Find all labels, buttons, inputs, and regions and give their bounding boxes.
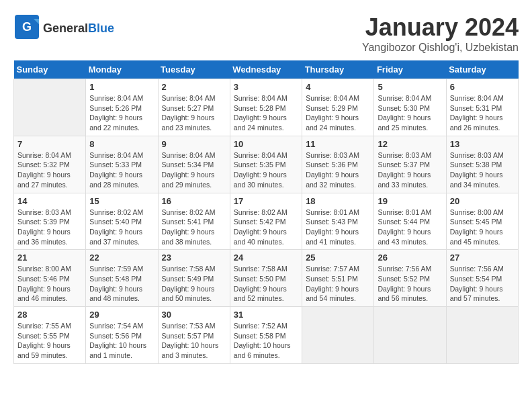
day-number: 20 xyxy=(450,196,515,206)
calendar-cell: 25Sunrise: 7:57 AMSunset: 5:51 PMDayligh… xyxy=(302,250,374,307)
calendar-cell: 28Sunrise: 7:55 AMSunset: 5:55 PMDayligh… xyxy=(14,307,86,364)
calendar-cell: 19Sunrise: 8:01 AMSunset: 5:44 PMDayligh… xyxy=(374,193,446,250)
calendar-cell: 24Sunrise: 7:58 AMSunset: 5:50 PMDayligh… xyxy=(230,250,302,307)
day-number: 6 xyxy=(450,82,515,92)
calendar-cell: 14Sunrise: 8:03 AMSunset: 5:39 PMDayligh… xyxy=(14,193,86,250)
day-number: 28 xyxy=(17,310,82,320)
day-info: Sunrise: 8:02 AMSunset: 5:42 PMDaylight:… xyxy=(234,208,298,247)
calendar-cell: 17Sunrise: 8:02 AMSunset: 5:42 PMDayligh… xyxy=(230,193,302,250)
day-number: 5 xyxy=(378,82,442,92)
day-number: 4 xyxy=(306,82,370,92)
day-number: 14 xyxy=(17,196,82,206)
day-number: 19 xyxy=(378,196,442,206)
weekday-header-friday: Friday xyxy=(374,60,446,79)
page-header: G GeneralBlue January 2024 Yangibozor Qi… xyxy=(13,13,519,54)
day-info: Sunrise: 8:01 AMSunset: 5:44 PMDaylight:… xyxy=(378,208,442,247)
calendar-cell: 30Sunrise: 7:53 AMSunset: 5:57 PMDayligh… xyxy=(158,307,230,364)
calendar-cell xyxy=(14,79,86,136)
weekday-header-thursday: Thursday xyxy=(302,60,374,79)
week-row-3: 21Sunrise: 8:00 AMSunset: 5:46 PMDayligh… xyxy=(14,250,519,307)
day-info: Sunrise: 7:53 AMSunset: 5:57 PMDaylight:… xyxy=(162,321,226,361)
day-number: 25 xyxy=(306,253,370,263)
calendar-table: SundayMondayTuesdayWednesdayThursdayFrid… xyxy=(13,60,519,364)
day-info: Sunrise: 7:57 AMSunset: 5:51 PMDaylight:… xyxy=(306,264,370,304)
weekday-header-saturday: Saturday xyxy=(446,60,518,79)
title-section: January 2024 Yangibozor Qishlog'i, Uzbek… xyxy=(362,13,519,54)
calendar-cell xyxy=(374,307,446,364)
calendar-cell: 9Sunrise: 8:04 AMSunset: 5:34 PMDaylight… xyxy=(158,136,230,193)
day-number: 21 xyxy=(17,253,82,263)
logo-blue-text: Blue xyxy=(88,21,114,35)
calendar-cell xyxy=(446,307,518,364)
calendar-cell: 4Sunrise: 8:04 AMSunset: 5:29 PMDaylight… xyxy=(302,79,374,136)
day-info: Sunrise: 8:02 AMSunset: 5:40 PMDaylight:… xyxy=(89,208,154,247)
day-number: 9 xyxy=(162,139,226,149)
day-number: 3 xyxy=(234,82,298,92)
day-info: Sunrise: 8:04 AMSunset: 5:29 PMDaylight:… xyxy=(306,93,370,133)
day-info: Sunrise: 8:04 AMSunset: 5:27 PMDaylight:… xyxy=(162,93,226,133)
day-info: Sunrise: 8:03 AMSunset: 5:37 PMDaylight:… xyxy=(378,150,442,190)
day-number: 24 xyxy=(234,253,298,263)
day-number: 17 xyxy=(234,196,298,206)
logo-icon: G xyxy=(13,13,40,43)
day-number: 16 xyxy=(162,196,226,206)
calendar-cell: 23Sunrise: 7:58 AMSunset: 5:49 PMDayligh… xyxy=(158,250,230,307)
calendar-cell: 26Sunrise: 7:56 AMSunset: 5:52 PMDayligh… xyxy=(374,250,446,307)
day-number: 23 xyxy=(162,253,226,263)
logo-general-text: General xyxy=(43,21,88,35)
day-info: Sunrise: 7:59 AMSunset: 5:48 PMDaylight:… xyxy=(89,264,154,304)
calendar-cell: 8Sunrise: 8:04 AMSunset: 5:33 PMDaylight… xyxy=(86,136,158,193)
day-info: Sunrise: 8:04 AMSunset: 5:33 PMDaylight:… xyxy=(89,150,154,190)
weekday-header-tuesday: Tuesday xyxy=(158,60,230,79)
day-info: Sunrise: 8:03 AMSunset: 5:39 PMDaylight:… xyxy=(17,208,82,247)
calendar-cell xyxy=(302,307,374,364)
day-info: Sunrise: 8:00 AMSunset: 5:45 PMDaylight:… xyxy=(450,208,515,247)
day-info: Sunrise: 7:56 AMSunset: 5:52 PMDaylight:… xyxy=(378,264,442,304)
day-info: Sunrise: 8:02 AMSunset: 5:41 PMDaylight:… xyxy=(162,208,226,247)
weekday-header-wednesday: Wednesday xyxy=(230,60,302,79)
day-info: Sunrise: 8:03 AMSunset: 5:38 PMDaylight:… xyxy=(450,150,515,190)
calendar-cell: 16Sunrise: 8:02 AMSunset: 5:41 PMDayligh… xyxy=(158,193,230,250)
day-info: Sunrise: 7:58 AMSunset: 5:49 PMDaylight:… xyxy=(162,264,226,304)
day-number: 30 xyxy=(162,310,226,320)
calendar-cell: 2Sunrise: 8:04 AMSunset: 5:27 PMDaylight… xyxy=(158,79,230,136)
day-number: 13 xyxy=(450,139,515,149)
day-info: Sunrise: 8:04 AMSunset: 5:34 PMDaylight:… xyxy=(162,150,226,190)
day-number: 7 xyxy=(17,139,82,149)
calendar-cell: 22Sunrise: 7:59 AMSunset: 5:48 PMDayligh… xyxy=(86,250,158,307)
day-number: 15 xyxy=(89,196,154,206)
day-number: 11 xyxy=(306,139,370,149)
calendar-cell: 3Sunrise: 8:04 AMSunset: 5:28 PMDaylight… xyxy=(230,79,302,136)
day-number: 29 xyxy=(89,310,154,320)
calendar-cell: 31Sunrise: 7:52 AMSunset: 5:58 PMDayligh… xyxy=(230,307,302,364)
day-info: Sunrise: 7:55 AMSunset: 5:55 PMDaylight:… xyxy=(17,321,82,361)
calendar-title: January 2024 xyxy=(362,13,519,42)
calendar-cell: 1Sunrise: 8:04 AMSunset: 5:26 PMDaylight… xyxy=(86,79,158,136)
calendar-cell: 10Sunrise: 8:04 AMSunset: 5:35 PMDayligh… xyxy=(230,136,302,193)
day-number: 26 xyxy=(378,253,442,263)
week-row-1: 7Sunrise: 8:04 AMSunset: 5:32 PMDaylight… xyxy=(14,136,519,193)
day-info: Sunrise: 8:00 AMSunset: 5:46 PMDaylight:… xyxy=(17,264,82,304)
day-number: 31 xyxy=(234,310,298,320)
calendar-cell: 18Sunrise: 8:01 AMSunset: 5:43 PMDayligh… xyxy=(302,193,374,250)
day-number: 12 xyxy=(378,139,442,149)
day-info: Sunrise: 8:04 AMSunset: 5:32 PMDaylight:… xyxy=(17,150,82,190)
logo: G GeneralBlue xyxy=(13,13,114,43)
calendar-cell: 13Sunrise: 8:03 AMSunset: 5:38 PMDayligh… xyxy=(446,136,518,193)
week-row-4: 28Sunrise: 7:55 AMSunset: 5:55 PMDayligh… xyxy=(14,307,519,364)
day-number: 2 xyxy=(162,82,226,92)
day-info: Sunrise: 7:56 AMSunset: 5:54 PMDaylight:… xyxy=(450,264,515,304)
day-info: Sunrise: 8:01 AMSunset: 5:43 PMDaylight:… xyxy=(306,208,370,247)
calendar-cell: 11Sunrise: 8:03 AMSunset: 5:36 PMDayligh… xyxy=(302,136,374,193)
day-number: 1 xyxy=(89,82,154,92)
day-number: 10 xyxy=(234,139,298,149)
calendar-cell: 6Sunrise: 8:04 AMSunset: 5:31 PMDaylight… xyxy=(446,79,518,136)
day-info: Sunrise: 8:04 AMSunset: 5:30 PMDaylight:… xyxy=(378,93,442,133)
calendar-cell: 27Sunrise: 7:56 AMSunset: 5:54 PMDayligh… xyxy=(446,250,518,307)
day-info: Sunrise: 8:04 AMSunset: 5:35 PMDaylight:… xyxy=(234,150,298,190)
day-number: 18 xyxy=(306,196,370,206)
svg-text:G: G xyxy=(22,20,32,34)
day-number: 27 xyxy=(450,253,515,263)
day-info: Sunrise: 8:04 AMSunset: 5:28 PMDaylight:… xyxy=(234,93,298,133)
calendar-cell: 12Sunrise: 8:03 AMSunset: 5:37 PMDayligh… xyxy=(374,136,446,193)
